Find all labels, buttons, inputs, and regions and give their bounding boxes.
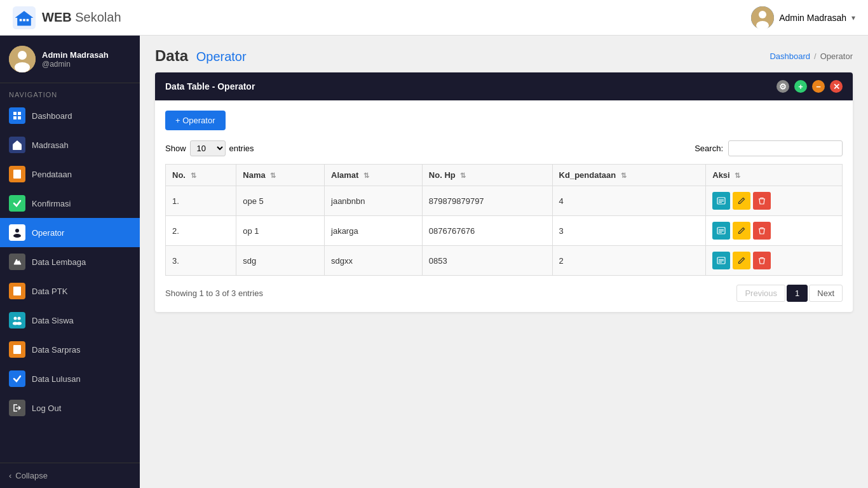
- show-entries: Show 10 25 50 100 entries: [165, 140, 254, 156]
- sort-icon-nama[interactable]: ⇅: [270, 172, 276, 179]
- sidebar-label-operator: Operator: [32, 228, 64, 238]
- cell-no: 2.: [166, 216, 236, 246]
- view-button-0[interactable]: [712, 192, 730, 210]
- svg-rect-23: [15, 290, 20, 291]
- col-aksi: Aksi ⇅: [706, 165, 843, 186]
- sidebar: Admin Madrasah @admin Navigation Dashboa…: [0, 36, 140, 488]
- sidebar-profile-name: Admin Madrasah: [42, 50, 109, 60]
- sidebar-label-pendataan: Pendataan: [32, 170, 72, 179]
- card-header: Data Table - Operator ⚙ + − ✕: [155, 72, 853, 100]
- view-button-2[interactable]: [712, 252, 730, 269]
- card-header-actions: ⚙ + − ✕: [776, 80, 843, 93]
- edit-button-2[interactable]: [733, 252, 750, 269]
- view-button-1[interactable]: [712, 222, 730, 240]
- table-controls: Show 10 25 50 100 entries Search:: [165, 140, 843, 156]
- cell-alamat: jakarga: [325, 216, 423, 246]
- sidebar-profile-info: Admin Madrasah @admin: [42, 50, 109, 69]
- svg-rect-3: [23, 18, 25, 21]
- card-minimize-button[interactable]: −: [812, 80, 825, 93]
- card-settings-button[interactable]: ⚙: [776, 80, 789, 93]
- sidebar-item-madrasah[interactable]: Madrasah: [0, 130, 140, 159]
- chevron-down-icon: ▾: [851, 13, 855, 22]
- table-header-row: No. ⇅ Nama ⇅ Alamat ⇅ No. Hp ⇅ Kd_pendat…: [166, 165, 843, 186]
- svg-rect-24: [15, 292, 18, 293]
- page-header: Data Operator Dashboard / Operator: [140, 36, 868, 72]
- log-out-icon: [9, 400, 25, 416]
- table-body: 1. ope 5 jaanbnbn 879879879797 4: [166, 186, 843, 276]
- delete-button-1[interactable]: [753, 222, 771, 240]
- operator-icon: [9, 224, 25, 241]
- sort-icon-kd[interactable]: ⇅: [621, 172, 627, 179]
- sidebar-item-log-out[interactable]: Log Out: [0, 393, 140, 423]
- sidebar-label-data-sarpras: Data Sarpras: [32, 345, 81, 355]
- svg-rect-42: [719, 259, 724, 260]
- sidebar-item-data-lulusan[interactable]: Data Lulusan: [0, 364, 140, 393]
- data-table-card: Data Table - Operator ⚙ + − ✕ + Operator…: [155, 72, 853, 312]
- sidebar-label-data-ptk: Data PTK: [32, 287, 67, 296]
- sidebar-item-data-lembaga[interactable]: Data Lembaga: [0, 247, 140, 276]
- edit-button-0[interactable]: [733, 192, 750, 210]
- content-area: Data Operator Dashboard / Operator Data …: [140, 36, 868, 488]
- dashboard-icon: [9, 107, 25, 124]
- svg-rect-4: [27, 18, 29, 21]
- cell-aksi: [706, 186, 843, 216]
- svg-point-7: [759, 11, 766, 18]
- col-no: No. ⇅: [166, 165, 236, 186]
- sidebar-label-madrasah: Madrasah: [32, 140, 69, 150]
- show-label: Show: [165, 144, 186, 153]
- cell-kd-pendataan: 3: [552, 216, 706, 246]
- breadcrumb-home[interactable]: Dashboard: [770, 51, 810, 61]
- sort-icon-hp[interactable]: ⇅: [460, 172, 466, 179]
- sidebar-item-data-siswa[interactable]: Data Siswa: [0, 306, 140, 335]
- sidebar-item-data-sarpras[interactable]: Data Sarpras: [0, 335, 140, 364]
- sidebar-item-dashboard[interactable]: Dashboard: [0, 101, 140, 130]
- search-input[interactable]: [728, 140, 843, 156]
- next-page-button[interactable]: Next: [809, 285, 843, 302]
- navbar: WEB Sekolah Admin Madrasah ▾: [0, 0, 868, 36]
- user-menu[interactable]: Admin Madrasah ▾: [751, 6, 855, 29]
- delete-button-0[interactable]: [753, 192, 771, 210]
- sidebar-item-pendataan[interactable]: Pendataan: [0, 159, 140, 189]
- svg-marker-13: [13, 140, 22, 144]
- sidebar-item-operator[interactable]: Operator: [0, 218, 140, 247]
- sidebar-label-data-lulusan: Data Lulusan: [32, 374, 81, 384]
- svg-rect-18: [15, 175, 18, 176]
- pendataan-icon: [9, 166, 25, 182]
- card-body: + Operator Show 10 25 50 100 entries: [155, 100, 853, 312]
- svg-rect-17: [15, 173, 20, 174]
- sort-icon-aksi[interactable]: ⇅: [735, 172, 740, 179]
- delete-button-2[interactable]: [753, 252, 771, 269]
- svg-rect-14: [16, 146, 18, 150]
- breadcrumb-separator: /: [814, 51, 817, 61]
- svg-rect-44: [719, 262, 722, 262]
- col-no-hp: No. Hp ⇅: [422, 165, 552, 186]
- edit-button-1[interactable]: [733, 222, 750, 240]
- action-buttons: [712, 192, 836, 210]
- collapse-icon: ‹: [9, 471, 11, 480]
- svg-rect-22: [15, 288, 20, 289]
- madrasah-icon: [9, 137, 25, 153]
- table-row: 2. op 1 jakarga 0876767676 3: [166, 216, 843, 246]
- sidebar-nav-label: Navigation: [0, 83, 140, 101]
- table-head: No. ⇅ Nama ⇅ Alamat ⇅ No. Hp ⇅ Kd_pendat…: [166, 165, 843, 186]
- pagination-buttons: Previous 1 Next: [736, 285, 843, 302]
- col-kd-pendataan: Kd_pendataan ⇅: [552, 165, 706, 186]
- card-close-button[interactable]: ✕: [830, 80, 843, 93]
- add-operator-button[interactable]: + Operator: [165, 111, 226, 130]
- sidebar-item-konfirmasi[interactable]: Konfirmasi: [0, 189, 140, 218]
- sidebar-item-data-ptk[interactable]: Data PTK: [0, 276, 140, 306]
- data-ptk-icon: [9, 283, 25, 299]
- collapse-button[interactable]: ‹ Collapse: [0, 463, 140, 488]
- avatar: [751, 6, 774, 29]
- sidebar-label-log-out: Log Out: [32, 403, 61, 413]
- cell-no: 1.: [166, 186, 236, 216]
- prev-page-button[interactable]: Previous: [736, 285, 785, 302]
- cell-nama: sdg: [236, 246, 325, 276]
- sort-icon-no[interactable]: ⇅: [191, 172, 196, 179]
- entries-select[interactable]: 10 25 50 100: [190, 140, 226, 156]
- sidebar-label-data-lembaga: Data Lembaga: [32, 257, 86, 267]
- page-title: Data Operator: [155, 47, 247, 65]
- sort-icon-alamat[interactable]: ⇅: [363, 172, 369, 179]
- page-1-button[interactable]: 1: [787, 285, 808, 302]
- card-maximize-button[interactable]: +: [794, 80, 807, 93]
